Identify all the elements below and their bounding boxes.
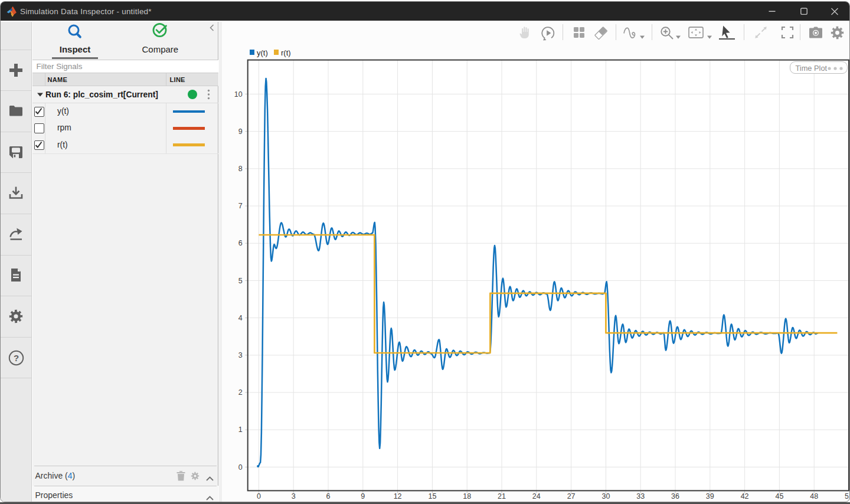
svg-text:30: 30	[601, 492, 610, 500]
svg-text:10: 10	[234, 90, 243, 99]
svg-text:8: 8	[238, 165, 243, 173]
svg-text:0: 0	[257, 492, 261, 500]
svg-text:39: 39	[706, 492, 714, 500]
svg-text:5: 5	[238, 277, 243, 285]
svg-text:6: 6	[238, 239, 243, 247]
svg-text:21: 21	[498, 492, 506, 500]
svg-text:15: 15	[428, 492, 436, 500]
svg-text:4: 4	[238, 314, 243, 322]
svg-text:51: 51	[845, 492, 850, 500]
svg-text:0: 0	[238, 463, 243, 472]
svg-text:6: 6	[326, 492, 331, 500]
svg-text:45: 45	[775, 492, 783, 500]
svg-text:24: 24	[532, 492, 541, 500]
svg-text:36: 36	[671, 492, 679, 500]
svg-text:3: 3	[292, 492, 296, 500]
svg-text:48: 48	[810, 492, 818, 500]
svg-text:9: 9	[361, 492, 365, 500]
svg-text:9: 9	[238, 127, 243, 136]
svg-text:33: 33	[636, 492, 645, 500]
svg-text:1: 1	[238, 426, 243, 434]
svg-text:12: 12	[394, 492, 402, 500]
svg-text:2: 2	[238, 388, 243, 397]
svg-text:42: 42	[741, 492, 749, 500]
svg-text:3: 3	[238, 351, 243, 359]
svg-text:?: ?	[14, 353, 19, 363]
svg-text:18: 18	[463, 492, 471, 500]
svg-text:7: 7	[238, 202, 243, 210]
svg-text:27: 27	[567, 492, 576, 500]
